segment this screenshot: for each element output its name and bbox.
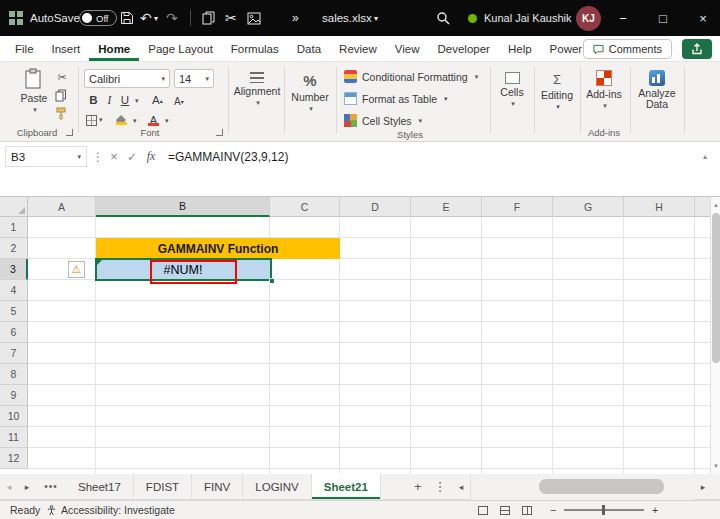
row-header-7[interactable]: 7 (0, 343, 28, 364)
enter-button[interactable]: ✓ (124, 146, 140, 167)
cell[interactable] (270, 322, 340, 343)
quick-access-overflow-icon[interactable]: » (292, 0, 299, 36)
underline-dropdown-icon[interactable]: ▾ (135, 97, 139, 105)
cell-B3-selected[interactable]: #NUM! (96, 259, 270, 280)
cell[interactable] (624, 217, 695, 238)
cell[interactable] (695, 343, 711, 364)
new-sheet-button[interactable]: + (407, 474, 429, 499)
cell[interactable] (340, 217, 411, 238)
cell[interactable] (553, 448, 624, 469)
formula-bar-handle-icon[interactable]: ⋮ (92, 146, 104, 167)
cell[interactable] (340, 364, 411, 385)
tab-data[interactable]: Data (288, 36, 330, 61)
sheet-tab-fdist[interactable]: FDIST (134, 474, 192, 499)
cell[interactable] (340, 343, 411, 364)
redo-button[interactable]: ↷ (166, 0, 178, 36)
cell[interactable] (482, 385, 553, 406)
cell[interactable] (28, 427, 96, 448)
increase-font-button[interactable]: A▴ (152, 92, 163, 108)
sheet-tab-finv[interactable]: FINV (192, 474, 243, 499)
cell[interactable] (270, 427, 340, 448)
column-header-D[interactable]: D (340, 197, 411, 217)
row-header-3[interactable]: 3 (0, 259, 28, 280)
user-name[interactable]: Kunal Jai Kaushik (484, 0, 571, 36)
cell[interactable] (624, 343, 695, 364)
cell[interactable] (28, 448, 96, 469)
normal-view-button[interactable] (478, 501, 488, 519)
cell[interactable] (411, 448, 482, 469)
cell[interactable] (96, 322, 270, 343)
app-launcher-icon[interactable] (9, 0, 23, 36)
cell[interactable] (270, 280, 340, 301)
cell[interactable] (96, 217, 270, 238)
column-header-C[interactable]: C (270, 197, 340, 217)
sheet-nav-prev-icon[interactable]: ◂ (0, 474, 18, 499)
zoom-in-button[interactable]: + (652, 501, 658, 519)
cell[interactable] (695, 427, 711, 448)
row-header-11[interactable]: 11 (0, 427, 28, 448)
cell[interactable] (340, 280, 411, 301)
row-header-4[interactable]: 4 (0, 280, 28, 301)
cell[interactable] (624, 448, 695, 469)
close-button[interactable]: × (686, 0, 720, 36)
sheet-overflow-button[interactable]: ••• (36, 474, 66, 499)
cell[interactable] (411, 343, 482, 364)
bold-button[interactable]: B (86, 92, 101, 108)
cell[interactable] (28, 406, 96, 427)
zoom-out-button[interactable]: − (550, 501, 556, 519)
tab-formulas[interactable]: Formulas (222, 36, 288, 61)
column-header-E[interactable]: E (411, 197, 482, 217)
name-box[interactable]: B3▾ (5, 146, 87, 167)
cell[interactable] (553, 406, 624, 427)
cell[interactable] (340, 301, 411, 322)
sheet-menu-icon[interactable]: ⋮ (429, 474, 451, 499)
scroll-down-icon[interactable]: ▾ (711, 459, 720, 473)
cell[interactable] (553, 385, 624, 406)
cell[interactable] (96, 385, 270, 406)
tab-insert[interactable]: Insert (43, 36, 90, 61)
column-header-A[interactable]: A (28, 197, 96, 217)
cell[interactable] (96, 301, 270, 322)
cell[interactable] (96, 343, 270, 364)
cell[interactable] (624, 385, 695, 406)
cell[interactable] (482, 448, 553, 469)
cell[interactable] (28, 259, 96, 280)
zoom-slider-handle[interactable] (602, 505, 605, 515)
underline-button[interactable]: U (118, 92, 132, 108)
tab-help[interactable]: Help (499, 36, 541, 61)
cell[interactable] (28, 343, 96, 364)
formula-input[interactable]: =GAMMAINV(23,9,12) (168, 146, 288, 167)
cell[interactable] (553, 259, 624, 280)
share-button[interactable] (682, 39, 712, 59)
cell[interactable] (553, 364, 624, 385)
column-header-H[interactable]: H (624, 197, 695, 217)
cell[interactable] (96, 448, 270, 469)
sheet-tab-loginv[interactable]: LOGINV (243, 474, 311, 499)
row-header-2[interactable]: 2 (0, 238, 28, 259)
number-button[interactable]: % Number ▾ (288, 72, 332, 113)
cell[interactable] (411, 217, 482, 238)
cell[interactable] (340, 238, 411, 259)
cell[interactable] (340, 322, 411, 343)
insert-function-button[interactable]: fx (142, 146, 160, 167)
cell[interactable] (624, 322, 695, 343)
italic-button[interactable]: I (103, 92, 116, 108)
borders-button[interactable]: ▾ (86, 112, 103, 128)
cell[interactable] (553, 343, 624, 364)
tab-view[interactable]: View (386, 36, 429, 61)
cell[interactable] (96, 280, 270, 301)
cell[interactable] (482, 427, 553, 448)
cell[interactable] (28, 217, 96, 238)
document-title[interactable]: sales.xlsx (322, 0, 372, 36)
format-painter-button[interactable] (55, 107, 67, 120)
vertical-scroll-thumb[interactable] (712, 213, 720, 363)
cell[interactable] (411, 259, 482, 280)
cell[interactable] (96, 427, 270, 448)
cut-icon[interactable]: ✂ (225, 0, 237, 36)
cell[interactable] (553, 427, 624, 448)
column-header-partial[interactable] (695, 197, 711, 217)
font-size-select[interactable]: 14▾ (174, 69, 214, 88)
horizontal-scroll-thumb[interactable] (539, 479, 664, 494)
font-dialog-launcher-icon[interactable] (216, 129, 223, 136)
cell[interactable] (624, 238, 695, 259)
